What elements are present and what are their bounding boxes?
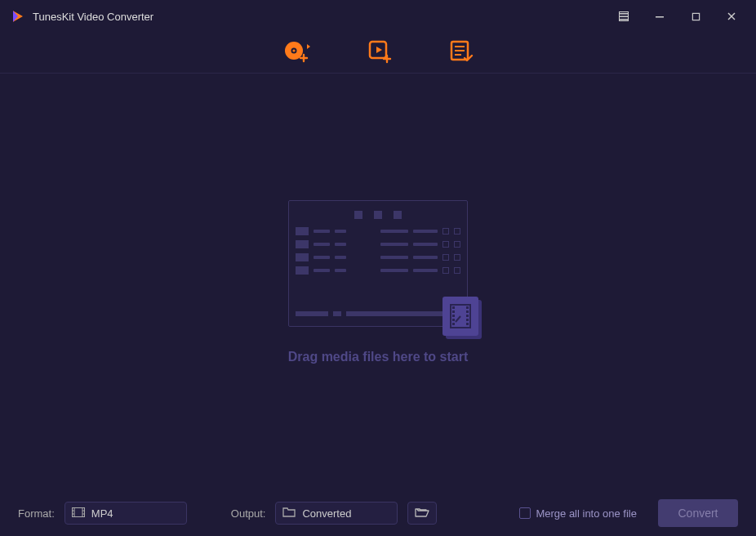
add-file-button[interactable] — [367, 39, 392, 67]
titlebar: TunesKit Video Converter — [0, 0, 756, 33]
format-label: Format: — [18, 507, 55, 520]
output-path-field[interactable]: Converted — [275, 502, 398, 525]
browse-output-button[interactable] — [407, 502, 437, 525]
svg-rect-6 — [656, 16, 664, 18]
svg-marker-15 — [307, 44, 310, 49]
merge-checkbox[interactable]: Merge all into one file — [519, 507, 637, 520]
output-label: Output: — [231, 507, 266, 520]
app-logo-icon — [10, 8, 26, 25]
svg-rect-31 — [466, 310, 469, 313]
svg-rect-3 — [620, 16, 628, 18]
app-window: TunesKit Video Converter — [0, 0, 756, 536]
format-select[interactable]: MP4 — [64, 502, 187, 525]
dropzone[interactable]: Drag media files here to start — [0, 74, 756, 490]
merge-label: Merge all into one file — [536, 507, 637, 520]
convert-button[interactable]: Convert — [658, 499, 738, 527]
toolbar — [0, 33, 756, 74]
svg-rect-30 — [466, 306, 469, 309]
svg-rect-28 — [452, 319, 455, 321]
svg-marker-17 — [376, 47, 382, 53]
dropzone-illustration — [288, 200, 468, 327]
output-value: Converted — [302, 507, 351, 520]
list-check-icon — [449, 39, 474, 67]
svg-rect-25 — [452, 306, 455, 309]
app-title: TunesKit Video Converter — [33, 11, 153, 23]
disc-plus-icon — [282, 39, 310, 67]
folder-icon — [282, 507, 296, 520]
film-icon — [442, 297, 478, 336]
svg-rect-2 — [620, 13, 628, 15]
svg-rect-34 — [466, 323, 469, 325]
svg-rect-26 — [452, 310, 455, 313]
svg-point-12 — [292, 49, 295, 51]
video-format-icon — [72, 507, 85, 520]
convert-label: Convert — [678, 507, 718, 520]
svg-rect-27 — [452, 315, 455, 317]
menu-button[interactable] — [606, 0, 642, 33]
format-value: MP4 — [91, 507, 113, 520]
checkbox-icon — [519, 507, 531, 519]
dropzone-hint: Drag media files here to start — [288, 350, 469, 364]
svg-rect-33 — [466, 319, 469, 321]
close-button[interactable] — [714, 0, 749, 33]
svg-rect-32 — [466, 315, 469, 317]
list-button[interactable] — [449, 39, 474, 67]
minimize-button[interactable] — [642, 0, 678, 33]
bottombar: Format: MP4 Output: Converted Merge all … — [0, 490, 756, 536]
add-disc-button[interactable] — [282, 39, 310, 67]
svg-rect-29 — [452, 323, 455, 325]
video-file-plus-icon — [367, 39, 392, 67]
folder-open-icon — [415, 507, 429, 520]
maximize-button[interactable] — [678, 0, 714, 33]
svg-rect-7 — [692, 13, 699, 20]
svg-rect-4 — [620, 19, 628, 20]
